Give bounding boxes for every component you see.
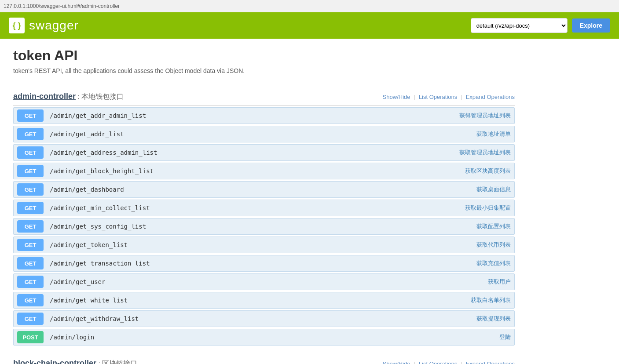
- explore-button[interactable]: Explore: [572, 18, 610, 33]
- controller-actions-block-chain-controller: Show/Hide|List Operations|Expand Operati…: [383, 360, 515, 364]
- expand-operations-link-block-chain-controller[interactable]: Expand Operations: [466, 360, 515, 364]
- method-badge-get: GET: [17, 220, 44, 233]
- controller-section-block-chain-controller: block-chain-controller : 区块链接口Show/Hide|…: [13, 354, 515, 364]
- separator-1-admin-controller: |: [414, 94, 415, 100]
- api-path: /admin/get_transaction_list: [50, 260, 476, 267]
- api-desc: 获取配置列表: [476, 222, 511, 230]
- api-docs-select[interactable]: default (/v2/api-docs): [471, 18, 568, 33]
- api-path: /admin/get_addr_list: [50, 131, 476, 138]
- api-row[interactable]: GET/admin/get_transaction_list获取充值列表: [13, 255, 515, 272]
- api-path: /admin/get_user: [50, 278, 488, 285]
- method-badge-get: GET: [17, 146, 44, 159]
- api-row[interactable]: GET/admin/get_token_list获取代币列表: [13, 237, 515, 253]
- controller-colon-admin-controller: :: [76, 93, 81, 100]
- api-path: /admin/get_sys_config_list: [50, 223, 476, 230]
- controller-header-admin-controller: admin-controller : 本地钱包接口Show/Hide|List …: [13, 87, 515, 106]
- api-path: /admin/get_block_height_list: [50, 167, 465, 175]
- api-desc: 获取地址清单: [476, 130, 511, 138]
- api-path: /admin/get_token_list: [50, 241, 476, 248]
- browser-url: 127.0.0.1:1000/swagger-ui.html#/admin-co…: [4, 3, 120, 9]
- api-path: /admin/get_address_admin_list: [50, 149, 459, 156]
- method-badge-get: GET: [17, 128, 44, 140]
- api-path: /admin/get_dashboard: [50, 186, 476, 193]
- api-desc: 登陆: [499, 333, 511, 341]
- api-row[interactable]: GET/admin/get_address_admin_list获取管理员地址列…: [13, 144, 515, 161]
- controllers-container: admin-controller : 本地钱包接口Show/Hide|List …: [13, 87, 515, 364]
- api-row[interactable]: GET/admin/get_sys_config_list获取配置列表: [13, 218, 515, 235]
- controller-label-block-chain-controller: 区块链接口: [102, 360, 137, 364]
- method-badge-get: GET: [17, 183, 44, 196]
- swagger-header-right: default (/v2/api-docs) Explore: [471, 18, 610, 33]
- separator-2-block-chain-controller: |: [461, 360, 462, 364]
- api-row[interactable]: GET/admin/get_white_list获取白名单列表: [13, 292, 515, 309]
- api-desc: 获取提现列表: [476, 315, 511, 323]
- method-badge-get: GET: [17, 276, 44, 288]
- list-operations-link-admin-controller[interactable]: List Operations: [419, 94, 457, 100]
- api-path: /admin/get_min_collect_list: [50, 204, 465, 211]
- api-row[interactable]: GET/admin/get_addr_list获取地址清单: [13, 126, 515, 142]
- api-desc: 获取用户: [488, 278, 511, 286]
- api-desc: 获得管理员地址列表: [459, 112, 511, 120]
- api-description: token's REST API, all the applications c…: [13, 67, 515, 74]
- list-operations-link-block-chain-controller[interactable]: List Operations: [419, 360, 457, 364]
- controller-name-link-admin-controller[interactable]: admin-controller: [13, 92, 76, 101]
- show-hide-link-block-chain-controller[interactable]: Show/Hide: [383, 360, 410, 364]
- api-title: token API: [13, 47, 515, 64]
- controller-title-block-chain-controller: block-chain-controller : 区块链接口: [13, 359, 137, 364]
- swagger-header: { } swagger default (/v2/api-docs) Explo…: [0, 12, 619, 39]
- controller-label-admin-controller: 本地钱包接口: [81, 93, 124, 100]
- api-path: /admin/login: [50, 334, 499, 341]
- separator-1-block-chain-controller: |: [414, 360, 415, 364]
- expand-operations-link-admin-controller[interactable]: Expand Operations: [466, 94, 515, 100]
- api-desc: 获取最小归集配置: [465, 204, 511, 212]
- swagger-logo-text: swagger: [29, 18, 79, 33]
- controller-header-block-chain-controller: block-chain-controller : 区块链接口Show/Hide|…: [13, 354, 515, 364]
- api-row[interactable]: GET/admin/get_dashboard获取桌面信息: [13, 181, 515, 198]
- browser-bar: 127.0.0.1:1000/swagger-ui.html#/admin-co…: [0, 0, 619, 12]
- api-desc: 获取桌面信息: [476, 186, 511, 193]
- api-row[interactable]: POST/admin/login登陆: [13, 329, 515, 346]
- api-path: /admin/get_addr_admin_list: [50, 112, 459, 119]
- show-hide-link-admin-controller[interactable]: Show/Hide: [383, 94, 410, 100]
- method-badge-get: GET: [17, 294, 44, 306]
- controller-title-admin-controller: admin-controller : 本地钱包接口: [13, 92, 124, 102]
- controller-name-link-block-chain-controller[interactable]: block-chain-controller: [13, 359, 96, 364]
- api-row[interactable]: GET/admin/get_user获取用户: [13, 273, 515, 290]
- controller-actions-admin-controller: Show/Hide|List Operations|Expand Operati…: [383, 94, 515, 100]
- controller-colon-block-chain-controller: :: [96, 360, 102, 364]
- method-badge-get: GET: [17, 239, 44, 251]
- method-badge-get: GET: [17, 313, 44, 325]
- swagger-logo-icon: { }: [9, 18, 25, 33]
- method-badge-get: GET: [17, 165, 44, 177]
- separator-2-admin-controller: |: [461, 94, 462, 100]
- main-content: token API token's REST API, all the appl…: [0, 39, 528, 364]
- api-row[interactable]: GET/admin/get_withdraw_list获取提现列表: [13, 310, 515, 327]
- method-badge-get: GET: [17, 257, 44, 269]
- api-row[interactable]: GET/admin/get_block_height_list获取区块高度列表: [13, 163, 515, 179]
- api-path: /admin/get_white_list: [50, 297, 471, 304]
- api-desc: 获取区块高度列表: [465, 167, 511, 175]
- api-desc: 获取管理员地址列表: [459, 149, 511, 157]
- api-row[interactable]: GET/admin/get_min_collect_list获取最小归集配置: [13, 200, 515, 216]
- api-desc: 获取白名单列表: [471, 296, 511, 304]
- method-badge-post: POST: [17, 331, 44, 343]
- api-path: /admin/get_withdraw_list: [50, 315, 476, 322]
- api-desc: 获取代币列表: [476, 241, 511, 249]
- api-desc: 获取充值列表: [476, 259, 511, 267]
- method-badge-get: GET: [17, 109, 44, 122]
- controller-section-admin-controller: admin-controller : 本地钱包接口Show/Hide|List …: [13, 87, 515, 346]
- method-badge-get: GET: [17, 202, 44, 214]
- swagger-logo: { } swagger: [9, 18, 79, 33]
- api-row[interactable]: GET/admin/get_addr_admin_list获得管理员地址列表: [13, 107, 515, 124]
